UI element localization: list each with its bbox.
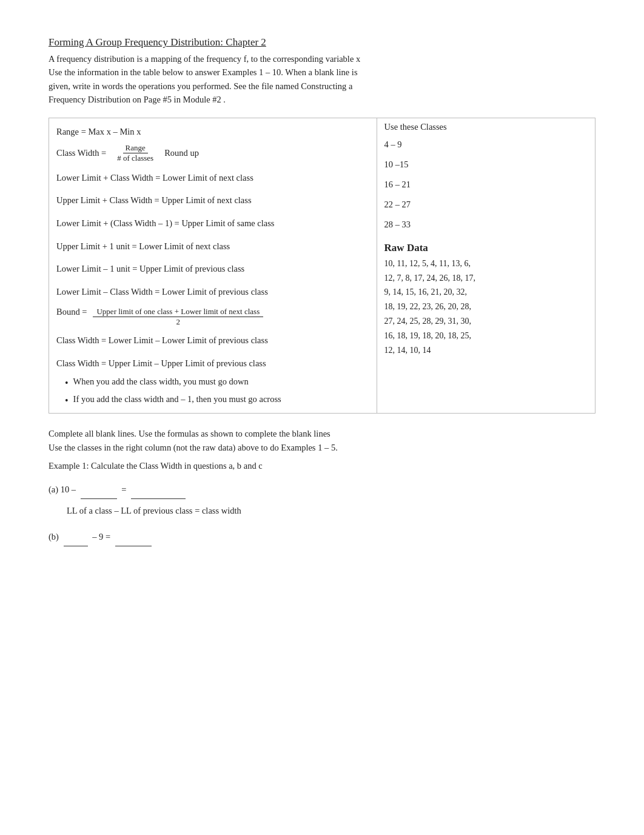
class-width-fraction: Range # of classes — [115, 143, 156, 163]
class-5: 28 – 33 — [384, 217, 588, 232]
part-a-prefix: (a) 10 – — [49, 485, 78, 494]
class-3: 16 – 21 — [384, 177, 588, 192]
raw-data-line-2: 12, 7, 8, 17, 24, 26, 18, 17, — [384, 271, 588, 286]
part-b-middle: – 9 = — [92, 532, 113, 542]
example1-title: Example 1: Calculate the Class Width in … — [49, 461, 595, 471]
raw-data-line-1: 10, 11, 12, 5, 4, 11, 13, 6, — [384, 257, 588, 271]
footer-note-1: Complete all blank lines. Use the formul… — [49, 429, 330, 438]
right-column: Use these Classes 4 – 9 10 –15 16 – 21 2… — [377, 118, 595, 413]
class-1: 4 – 9 — [384, 137, 588, 152]
intro-text: A frequency distribution is a mapping of… — [49, 52, 595, 107]
range-formula: Range = Max x – Min x — [56, 122, 369, 139]
blank-b2 — [115, 528, 152, 546]
left-column: Range = Max x – Min x Class Width = Rang… — [49, 118, 377, 413]
blank-a2 — [131, 481, 186, 499]
raw-data-line-7: 12, 14, 10, 14 — [384, 343, 588, 358]
bullet-dot-1: • — [65, 377, 69, 390]
fraction-numerator: Range — [123, 143, 148, 153]
example-part-a: (a) 10 – = — [49, 481, 595, 499]
bound-numerator: Upper limit of one class + Lower limit o… — [93, 307, 263, 317]
part-a-middle: = — [121, 485, 129, 494]
main-table: Range = Max x – Min x Class Width = Rang… — [49, 118, 595, 414]
bullet-dot-2: • — [65, 394, 69, 407]
round-up-label: Round up — [164, 148, 199, 158]
raw-data-line-3: 9, 14, 15, 16, 21, 20, 32, — [384, 285, 588, 300]
raw-data-line-6: 16, 18, 19, 18, 20, 18, 25, — [384, 329, 588, 343]
class-4: 22 – 27 — [384, 197, 588, 212]
class-width-label: Class Width = — [56, 148, 106, 158]
footer-note-2: Use the classes in the right column (not… — [49, 443, 338, 452]
raw-data-title: Raw Data — [384, 242, 588, 254]
class-width-row: Class Width = Range # of classes Round u… — [56, 139, 369, 167]
bullet-text-1: When you add the class width, you must g… — [73, 377, 249, 387]
bound-denominator: 2 — [173, 317, 184, 327]
class-2: 10 –15 — [384, 157, 588, 172]
formula-4: Upper Limit + 1 unit = Lower Limit of ne… — [56, 235, 369, 258]
part-b-prefix: (b) — [49, 532, 59, 542]
example-part-b: (b) – 9 = — [49, 528, 595, 546]
bullet-2: • If you add the class width and – 1, th… — [56, 392, 369, 409]
part-a-ll-note: LL of a class – LL of previous class = c… — [67, 504, 595, 518]
bound-label: Bound = — [56, 307, 87, 317]
raw-data-line-4: 18, 19, 22, 23, 26, 20, 28, — [384, 300, 588, 314]
fraction-denominator: # of classes — [115, 153, 156, 163]
cw-formula-1: Class Width = Lower Limit – Lower Limit … — [56, 329, 369, 352]
formula-2: Upper Limit + Class Width = Upper Limit … — [56, 189, 369, 212]
formula-6: Lower Limit – Class Width = Lower Limit … — [56, 281, 369, 304]
bullet-1: • When you add the class width, you must… — [56, 375, 369, 392]
use-classes-header: Use these Classes — [384, 122, 588, 137]
blank-b1 — [64, 528, 88, 546]
footer-note: Complete all blank lines. Use the formul… — [49, 427, 595, 455]
cw-formula-2: Class Width = Upper Limit – Upper Limit … — [56, 352, 369, 375]
formula-1: Lower Limit + Class Width = Lower Limit … — [56, 167, 369, 190]
bound-section: Bound = Upper limit of one class + Lower… — [56, 307, 369, 327]
bullet-text-2: If you add the class width and – 1, then… — [73, 394, 281, 404]
bound-fraction: Upper limit of one class + Lower limit o… — [93, 307, 263, 327]
raw-data-line-5: 27, 24, 25, 28, 29, 31, 30, — [384, 314, 588, 329]
page-title: Forming A Group Frequency Distribution: … — [49, 36, 595, 49]
blank-a1 — [81, 481, 117, 499]
formula-5: Lower Limit – 1 unit = Upper Limit of pr… — [56, 258, 369, 281]
formula-3: Lower Limit + (Class Width – 1) = Upper … — [56, 212, 369, 235]
